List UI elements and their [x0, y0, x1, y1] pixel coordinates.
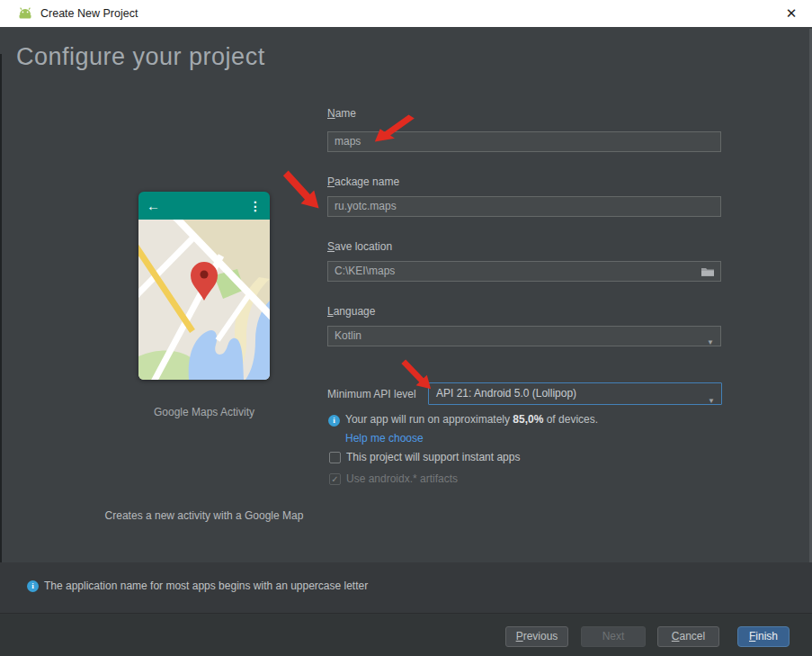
activity-preview-card: ← ⋮: [138, 192, 270, 380]
map-preview-image: [138, 220, 270, 380]
android-logo-icon: [17, 7, 33, 20]
name-label: Name: [327, 107, 356, 120]
chevron-down-icon: ▼: [707, 333, 714, 352]
window-edge-left: [0, 54, 2, 589]
language-label: Language: [327, 305, 375, 318]
api-info-line: iYour app will run on approximately 85,0…: [328, 413, 598, 427]
annotation-arrow-package-field: [281, 170, 322, 211]
back-arrow-icon: ←: [147, 198, 160, 213]
close-icon[interactable]: ✕: [771, 0, 812, 27]
language-dropdown[interactable]: Kotlin ▼: [327, 326, 721, 346]
annotation-arrow-api-dropdown: [399, 359, 433, 391]
device-percentage: 85,0%: [513, 413, 543, 426]
help-me-choose-link[interactable]: Help me choose: [345, 432, 424, 445]
folder-icon[interactable]: [700, 266, 715, 277]
activity-caption: Google Maps Activity: [69, 406, 339, 418]
checkbox-checked-icon: ✓: [329, 473, 341, 485]
title-bar: Create New Project: [0, 0, 812, 27]
preview-appbar: ← ⋮: [138, 192, 270, 220]
package-name-label: Package name: [327, 175, 399, 188]
finish-button[interactable]: Finish: [737, 626, 790, 647]
save-location-input[interactable]: C:\KEI\maps: [327, 261, 721, 282]
androidx-checkbox-row: ✓ Use androidx.* artifacts: [329, 472, 458, 485]
overflow-menu-icon: ⋮: [249, 199, 262, 213]
min-api-dropdown[interactable]: API 21: Android 5.0 (Lollipop) ▼: [428, 382, 722, 405]
cancel-button[interactable]: Cancel: [657, 626, 719, 647]
previous-button[interactable]: Previous: [505, 626, 568, 647]
window-title: Create New Project: [40, 7, 138, 20]
button-bar: Previous Next Cancel Finish: [0, 613, 812, 656]
instant-apps-label: This project will support instant apps: [346, 451, 520, 463]
chevron-down-icon: ▼: [708, 391, 715, 411]
annotation-arrow-name-field: [371, 114, 417, 144]
androidx-label: Use androidx.* artifacts: [346, 472, 458, 485]
page-title: Configure your project: [16, 43, 265, 71]
info-icon: i: [27, 580, 39, 592]
package-name-input[interactable]: ru.yotc.maps: [327, 196, 721, 217]
next-button: Next: [581, 626, 646, 647]
validation-message: i The application name for most apps beg…: [27, 580, 368, 592]
save-location-label: Save location: [327, 240, 392, 253]
instant-apps-checkbox-row[interactable]: This project will support instant apps: [329, 451, 520, 463]
checkbox-unchecked-icon[interactable]: [329, 452, 341, 463]
activity-description: Creates a new activity with a Google Map: [24, 509, 384, 522]
